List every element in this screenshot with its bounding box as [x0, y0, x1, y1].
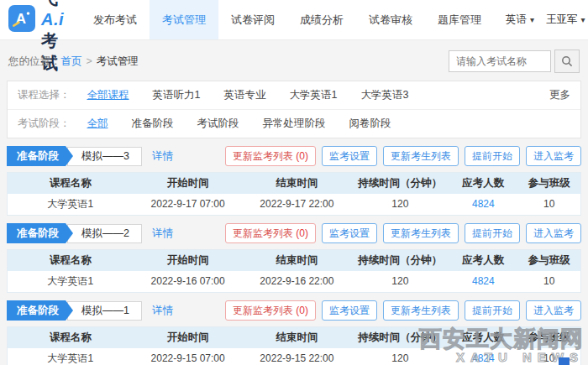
update-proctor-list-button[interactable]: 更新监考列表 (0) — [225, 300, 316, 321]
enter-proctor-button[interactable]: 进入监考 — [526, 146, 581, 166]
filter-option-course-2[interactable]: 英语专业 — [223, 88, 265, 102]
exam-card-buttons: 更新监考列表 (0) 监考设置 更新考生列表 提前开始 进入监考 — [225, 223, 581, 243]
proctor-settings-button[interactable]: 监考设置 — [322, 223, 377, 243]
breadcrumb-row: 您的位置：首页>考试管理 — [7, 40, 581, 81]
nav-item-score-analysis[interactable]: 成绩分析 — [287, 0, 356, 39]
navbar-right: 英语 ▾ 王亚军 ▾ 返回平台 — [494, 13, 588, 27]
col-examinee-count: 应考人数 — [449, 327, 517, 348]
cell-start-time: 2022-9-16 07:00 — [134, 271, 243, 293]
stage-badge: 准备阶段 — [7, 223, 73, 243]
filter-option-all-courses[interactable]: 全部课程 — [87, 88, 129, 102]
exam-table-header-row: 课程名称 开始时间 结束时间 持续时间（分钟） 应考人数 参与班级 — [8, 173, 581, 194]
cell-class-count: 10 — [517, 348, 580, 365]
proctor-settings-button[interactable]: 监考设置 — [322, 300, 377, 321]
main-nav: 发布考试 考试管理 试卷评阅 成绩分析 试卷审核 题库管理 — [81, 0, 494, 39]
examinee-count-link[interactable]: 4824 — [472, 275, 495, 287]
proctor-count-badge: (0) — [296, 305, 308, 316]
breadcrumb-home-link[interactable]: 首页 — [61, 55, 82, 67]
update-student-list-button[interactable]: 更新考生列表 — [383, 146, 459, 166]
language-dropdown[interactable]: 英语 ▾ — [506, 13, 534, 27]
filter-option-course-3[interactable]: 大学英语1 — [289, 88, 337, 102]
filter-option-all-stages[interactable]: 全部 — [87, 117, 108, 131]
update-student-list-button[interactable]: 更新考生列表 — [383, 223, 459, 243]
filter-option-stage-prepare[interactable]: 准备阶段 — [132, 117, 174, 131]
detail-link[interactable]: 详情 — [152, 149, 173, 164]
app-logo-icon: A — [8, 5, 35, 35]
examinee-count-link[interactable]: 4824 — [472, 198, 495, 210]
filter-label-course: 课程选择： — [18, 88, 71, 102]
breadcrumb: 您的位置：首页>考试管理 — [8, 55, 139, 69]
exam-card: 准备阶段 模拟——2 详情 更新监考列表 (0) 监考设置 更新考生列表 提前开… — [7, 223, 581, 293]
user-dropdown[interactable]: 王亚军 ▾ — [546, 13, 585, 27]
col-course-name: 课程名称 — [8, 173, 134, 194]
nav-item-paper-audit[interactable]: 试卷审核 — [356, 0, 425, 39]
detail-link[interactable]: 详情 — [152, 227, 173, 241]
proctor-count-badge: (0) — [296, 227, 308, 239]
exam-table: 课程名称 开始时间 结束时间 持续时间（分钟） 应考人数 参与班级 大学英语1 … — [7, 249, 581, 293]
filter-more-link[interactable]: 更多 — [549, 88, 570, 102]
cell-duration: 120 — [351, 271, 449, 293]
col-examinee-count: 应考人数 — [449, 173, 517, 194]
filter-option-stage-exam[interactable]: 考试阶段 — [197, 117, 239, 131]
breadcrumb-current: 考试管理 — [97, 55, 139, 67]
filter-option-stage-marking[interactable]: 阅卷阶段 — [349, 117, 391, 131]
update-student-list-button[interactable]: 更新考生列表 — [383, 300, 459, 321]
col-duration: 持续时间（分钟） — [351, 250, 449, 271]
col-start-time: 开始时间 — [134, 327, 243, 348]
start-early-button[interactable]: 提前开始 — [465, 146, 520, 166]
stage-badge: 准备阶段 — [7, 300, 73, 321]
exam-card-buttons: 更新监考列表 (0) 监考设置 更新考生列表 提前开始 进入监考 — [225, 146, 581, 166]
col-duration: 持续时间（分钟） — [351, 173, 449, 194]
cell-start-time: 2022-9-17 07:00 — [134, 194, 243, 216]
exam-card: 准备阶段 模拟——3 详情 更新监考列表 (0) 监考设置 更新考生列表 提前开… — [7, 146, 581, 216]
col-course-name: 课程名称 — [8, 327, 134, 348]
exam-table-header-row: 课程名称 开始时间 结束时间 持续时间（分钟） 应考人数 参与班级 — [8, 250, 581, 271]
cell-duration: 120 — [351, 194, 449, 216]
cell-duration: 120 — [351, 348, 449, 365]
search-input[interactable] — [449, 50, 551, 72]
proctor-settings-button[interactable]: 监考设置 — [322, 146, 377, 166]
filter-option-course-1[interactable]: 英语听力1 — [153, 88, 201, 102]
exam-title: 模拟——3 — [67, 147, 142, 166]
start-early-button[interactable]: 提前开始 — [465, 223, 520, 243]
nav-item-paper-review[interactable]: 试卷评阅 — [218, 0, 287, 39]
examinee-count-link[interactable]: 4824 — [472, 352, 495, 364]
col-end-time: 结束时间 — [243, 327, 352, 348]
watermark-blue-square — [559, 357, 570, 365]
cell-course-name: 大学英语1 — [8, 271, 134, 293]
exam-title: 模拟——1 — [67, 301, 142, 321]
col-class-count: 参与班级 — [517, 250, 580, 271]
breadcrumb-separator: > — [87, 55, 92, 67]
cell-end-time: 2022-9-15 22:00 — [243, 348, 352, 365]
cell-course-name: 大学英语1 — [8, 348, 134, 365]
nav-item-question-bank[interactable]: 题库管理 — [425, 0, 494, 39]
cell-end-time: 2022-9-17 22:00 — [243, 194, 352, 216]
exam-card: 准备阶段 模拟——1 详情 更新监考列表 (0) 监考设置 更新考生列表 提前开… — [7, 300, 581, 365]
nav-item-exam-management[interactable]: 考试管理 — [150, 0, 218, 39]
update-proctor-list-button[interactable]: 更新监考列表 (0) — [225, 146, 316, 166]
search-button[interactable] — [554, 50, 580, 73]
language-label: 英语 — [506, 13, 527, 27]
username-label: 王亚军 — [546, 13, 578, 27]
exam-card-buttons: 更新监考列表 (0) 监考设置 更新考生列表 提前开始 进入监考 — [225, 300, 581, 321]
start-early-button[interactable]: 提前开始 — [465, 300, 520, 321]
enter-proctor-button[interactable]: 进入监考 — [526, 300, 581, 321]
filter-option-course-4[interactable]: 大学英语3 — [360, 88, 408, 102]
top-navbar: A 讯飞A.i考试 发布考试 考试管理 试卷评阅 成绩分析 试卷审核 题库管理 … — [0, 0, 588, 40]
exam-table: 课程名称 开始时间 结束时间 持续时间（分钟） 应考人数 参与班级 大学英语1 … — [7, 172, 581, 216]
col-examinee-count: 应考人数 — [449, 250, 517, 271]
stage-badge: 准备阶段 — [7, 146, 73, 166]
chevron-down-icon: ▾ — [581, 15, 585, 24]
filter-option-stage-exception[interactable]: 异常处理阶段 — [263, 117, 326, 131]
exam-card-header: 准备阶段 模拟——1 详情 更新监考列表 (0) 监考设置 更新考生列表 提前开… — [7, 300, 581, 321]
exam-search — [449, 50, 580, 73]
col-class-count: 参与班级 — [517, 173, 580, 194]
enter-proctor-button[interactable]: 进入监考 — [526, 223, 581, 243]
cell-course-name: 大学英语1 — [8, 194, 134, 216]
cell-end-time: 2022-9-16 22:00 — [243, 271, 352, 293]
search-icon — [561, 55, 573, 67]
update-proctor-list-button[interactable]: 更新监考列表 (0) — [225, 223, 316, 243]
filter-label-stage: 考试阶段： — [18, 117, 71, 131]
nav-item-publish-exam[interactable]: 发布考试 — [81, 0, 150, 39]
detail-link[interactable]: 详情 — [152, 304, 173, 318]
